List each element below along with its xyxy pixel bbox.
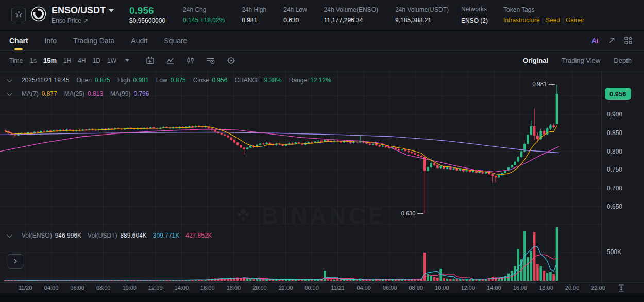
time-tick-label: 22:00 — [279, 284, 293, 291]
interval-1D[interactable]: 1D — [93, 57, 100, 64]
ma-item-label: MA(25) — [64, 90, 84, 97]
settings-gear-icon[interactable] — [227, 56, 235, 65]
ma-item: MA(7)0.877 — [22, 90, 57, 97]
pair-selector[interactable]: ENSO/USDT — [52, 6, 114, 16]
vol-item-value: 889.604K — [120, 232, 146, 239]
time-tick-label: 18:00 — [539, 284, 553, 291]
ohlc-item-label: CHANGE — [234, 77, 261, 84]
ohlc-item-label: Low — [156, 77, 167, 84]
token-logo — [31, 6, 46, 24]
time-tick-label: 11/20 — [19, 284, 32, 291]
stat-label: 24h Volume(ENSO) — [324, 6, 378, 13]
favorite-star-button[interactable] — [11, 8, 26, 22]
chart-canvas[interactable] — [0, 71, 602, 282]
tab-info[interactable]: Info — [45, 31, 57, 50]
stat-label: 24h Low — [283, 6, 307, 13]
interval-15m[interactable]: 15m — [43, 57, 57, 64]
chart-style-icon[interactable] — [166, 56, 175, 65]
indicators-icon[interactable] — [206, 56, 215, 65]
networks-value: ENSO (2) — [461, 17, 488, 24]
view-original[interactable]: Original — [523, 57, 548, 64]
price-tick-label: 0.750 — [607, 166, 622, 173]
time-tick-label: 08:00 — [409, 284, 423, 291]
volume-axis-label: 500K — [607, 248, 621, 256]
last-price: 0.956 — [129, 5, 165, 16]
tag-separator: | — [562, 16, 564, 24]
time-tick-label: 20:00 — [252, 284, 267, 291]
header-stat: 24h Chg0.145 +18.02% — [183, 6, 225, 24]
view-trading-view[interactable]: Trading View — [562, 57, 600, 64]
ohlc-item-value: 0.956 — [212, 77, 227, 84]
time-tick-label: 08:00 — [96, 284, 111, 291]
page-tabs: ChartInfoTrading DataAuditSquare Ai — [0, 31, 644, 51]
ohlc-item-value: 12.12% — [310, 77, 331, 84]
interval-1W[interactable]: 1W — [107, 57, 116, 64]
token-tag[interactable]: Infrastructure — [503, 16, 540, 24]
price-tick-label: 0.800 — [607, 148, 622, 155]
chart-view-switch: OriginalTrading ViewDepth — [523, 57, 632, 64]
vol-item-label: Vol(ENSO) — [22, 232, 52, 239]
expand-panel-button[interactable] — [8, 254, 23, 269]
token-tags-column: Token Tags Infrastructure|Seed|Gainer — [503, 6, 584, 24]
ohlc-item-value: 9.38% — [264, 77, 282, 84]
stat-label: 24h Volume(USDT) — [395, 6, 449, 13]
ai-assistant-button[interactable]: Ai — [591, 37, 599, 45]
tab-trading-data[interactable]: Trading Data — [73, 31, 114, 50]
stat-value: 0.145 +18.02% — [183, 16, 225, 24]
external-link-icon: ↗ — [83, 17, 88, 24]
tag-separator: | — [542, 16, 544, 24]
candles-icon[interactable] — [186, 56, 195, 65]
tab-square[interactable]: Square — [164, 31, 187, 50]
ohlc-item-label: High — [117, 77, 130, 84]
ohlc-item: High0.981 — [117, 77, 149, 84]
ohlc-items: Open0.875High0.981Low0.875Close0.956CHAN… — [77, 77, 331, 84]
interval-1H[interactable]: 1H — [63, 57, 71, 64]
token-tag[interactable]: Gainer — [566, 16, 584, 24]
chart-toolbar: Time 1s15m1H4H1D1W OriginalTrading ViewD… — [0, 51, 644, 71]
time-tick-label: 16:00 — [513, 284, 528, 291]
vol-item-value: 427.852K — [185, 232, 212, 239]
time-tick-label: 16:00 — [200, 284, 215, 291]
vol-items: Vol(ENSO)946.996KVol(USDT)889.604K309.77… — [22, 232, 212, 239]
ohlc-item-value: 0.875 — [95, 77, 110, 84]
time-tick-label: 14:00 — [175, 284, 189, 291]
interval-4H[interactable]: 4H — [78, 57, 86, 64]
low-annotation: 0.630 — [387, 210, 423, 216]
ma-items: MA(7)0.877MA(25)0.813MA(99)0.796 — [22, 90, 149, 97]
header-stat: 24h Volume(ENSO)11,177,296.34 — [324, 6, 378, 24]
stat-value: 0.981 — [242, 16, 266, 24]
intervals: 1s15m1H4H1D1W — [30, 57, 123, 64]
tab-audit[interactable]: Audit — [131, 31, 147, 50]
price-page-link[interactable]: Enso Price ↗ — [52, 18, 114, 24]
ohlc-item-label: Close — [193, 77, 209, 84]
header-stat: 24h Volume(USDT)9,185,388.21 — [395, 6, 449, 24]
apps-grid-icon[interactable] — [624, 36, 633, 45]
vol-legend: Vol(ENSO)946.996KVol(USDT)889.604K309.77… — [8, 232, 212, 239]
price-tick-label: 0.850 — [607, 129, 622, 137]
time-tick-label: 12:00 — [461, 284, 476, 291]
ma-item-value: 0.796 — [133, 90, 149, 97]
autofit-icon[interactable] — [617, 284, 625, 294]
price-tick-label: 0.700 — [607, 184, 622, 192]
stat-label: 24h High — [242, 6, 266, 13]
time-axis[interactable]: 11/2004:0006:0008:0010:0012:0014:0016:00… — [0, 282, 644, 293]
expand-icon[interactable] — [608, 37, 616, 44]
interval-1s[interactable]: 1s — [30, 57, 37, 64]
vol-item-value: 946.996K — [55, 232, 81, 239]
ohlc-item: Low0.875 — [156, 77, 186, 84]
date-jump-icon[interactable] — [146, 56, 155, 65]
ohlc-item: Range12.12% — [289, 77, 331, 84]
current-price-badge: 0.956 — [605, 88, 631, 100]
view-depth[interactable]: Depth — [614, 57, 632, 64]
ma-item-label: MA(99) — [110, 90, 130, 97]
price-block: 0.956 $0.95600000 — [129, 5, 165, 25]
more-intervals-icon[interactable] — [125, 59, 129, 62]
token-tag[interactable]: Seed — [546, 16, 560, 24]
time-tick-label: 22:00 — [591, 284, 605, 291]
tabs-left: ChartInfoTrading DataAuditSquare — [9, 31, 204, 50]
tab-chart[interactable]: Chart — [9, 31, 28, 50]
header-stat: 24h Low0.630 — [283, 6, 307, 24]
ohlc-item: Close0.956 — [193, 77, 228, 84]
networks-label[interactable]: Networks — [461, 6, 487, 14]
ma-item-value: 0.877 — [42, 90, 57, 97]
